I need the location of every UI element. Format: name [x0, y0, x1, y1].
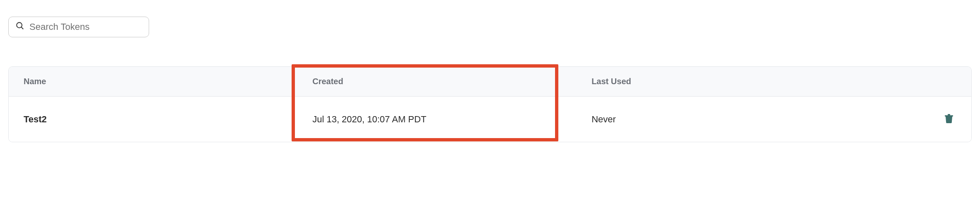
column-header-created-label: Created	[312, 77, 343, 86]
search-tokens-field[interactable]	[8, 17, 149, 37]
cell-actions	[894, 97, 971, 142]
cell-created-value: Jul 13, 2020, 10:07 AM PDT	[312, 114, 426, 124]
search-input[interactable]	[29, 22, 142, 32]
column-header-name: Name	[9, 67, 297, 96]
column-header-created: Created	[297, 67, 577, 96]
table-header-row: Name Created Last Used	[9, 67, 971, 97]
svg-point-0	[17, 22, 22, 28]
svg-line-1	[21, 27, 23, 29]
search-icon	[15, 21, 24, 33]
column-header-last-used: Last Used	[577, 67, 894, 96]
trash-icon	[944, 113, 954, 125]
column-header-actions	[894, 67, 971, 96]
svg-rect-2	[945, 115, 953, 117]
cell-name: Test2	[9, 100, 297, 139]
delete-token-button[interactable]	[941, 111, 956, 128]
tokens-table: Name Created Last Used Test2 Jul 13, 202…	[8, 66, 972, 142]
table-row: Test2 Jul 13, 2020, 10:07 AM PDT Never	[9, 97, 971, 142]
svg-rect-3	[948, 114, 950, 115]
cell-created: Jul 13, 2020, 10:07 AM PDT	[297, 100, 577, 139]
cell-last-used: Never	[577, 100, 894, 139]
